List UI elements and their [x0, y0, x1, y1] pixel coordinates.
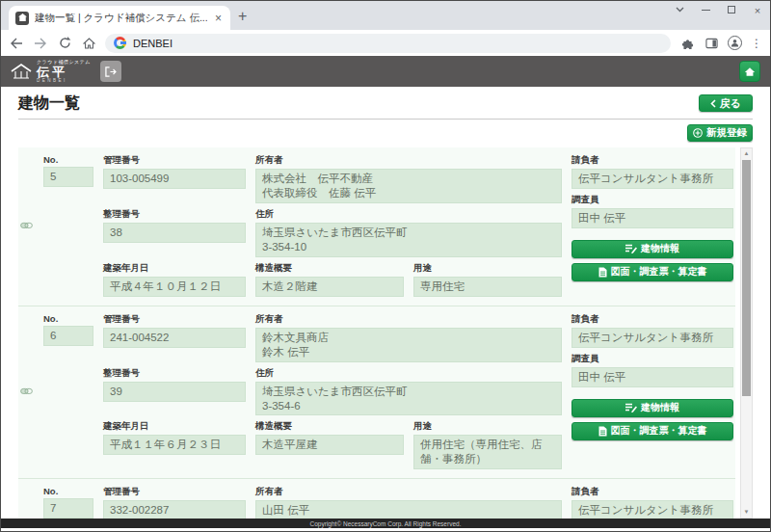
documents-button[interactable]: 図面・調査票・算定書	[572, 422, 733, 440]
field-address: 住所 埼玉県さいたま市西区伝平町 3-354-6	[255, 367, 562, 416]
building-record: No. 7 管理番号 332-002287 整理番号 41 所	[18, 479, 735, 519]
field-surveyor: 調査員 田中 伝平	[572, 194, 733, 228]
tab-favicon-icon	[15, 12, 29, 25]
field-seiri: 整理番号 39	[103, 367, 246, 416]
field-kanri: 管理番号 332-002287	[103, 486, 246, 519]
logout-icon	[104, 66, 117, 77]
back-button[interactable]: 戻る	[699, 94, 753, 112]
bottom-gap	[1, 528, 770, 531]
building-info-button[interactable]: 建物情報	[572, 240, 733, 258]
address-value: 埼玉県さいたま市西区伝平町 3-354-6	[255, 382, 562, 416]
link-icon[interactable]	[18, 154, 34, 297]
tab-title: 建物一覧 | クラウド補償システム 伝...	[35, 12, 207, 25]
records-viewport: No. 5 管理番号 103-005499 整理番号 38 建	[18, 147, 753, 519]
new-registration-button[interactable]: 新規登録	[687, 124, 753, 142]
structure-value: 木造平屋建	[255, 435, 404, 455]
building-record: No. 5 管理番号 103-005499 整理番号 38 建	[18, 147, 735, 306]
denbei-logo: クラウド補償システム 伝平 DENBEI	[11, 60, 91, 84]
extensions-icon[interactable]	[679, 36, 695, 51]
field-built: 建築年月日 平成１１年６月２３日	[103, 420, 246, 469]
owner-value: 山田 伝平	[255, 500, 562, 519]
denbei-roof-icon	[11, 64, 32, 79]
chevron-down-icon[interactable]	[675, 5, 684, 14]
forward-icon[interactable]	[33, 36, 48, 51]
no-value: 7	[43, 498, 93, 519]
seiri-value: 39	[103, 382, 246, 402]
reload-icon[interactable]	[57, 36, 72, 51]
surveyor-value: 田中 伝平	[572, 208, 733, 228]
menu-dots-icon[interactable]: ⋮	[751, 37, 762, 50]
link-icon[interactable]	[18, 486, 34, 519]
window-controls: ×	[675, 5, 762, 14]
document-icon	[598, 426, 607, 437]
field-structure: 構造概要 木造２階建	[255, 262, 404, 297]
profile-avatar-icon[interactable]	[728, 36, 742, 50]
contractor-value: 伝平コンサルタント事務所	[572, 328, 733, 348]
tab-strip: 建物一覧 | クラウド補償システム 伝... × + ×	[1, 1, 770, 30]
tab-close-icon[interactable]: ×	[213, 12, 224, 25]
list-edit-icon	[625, 244, 637, 253]
document-icon	[598, 267, 607, 278]
url-text: DENBEI	[133, 38, 173, 49]
field-structure: 構造概要 木造平屋建	[255, 420, 404, 469]
link-icon[interactable]	[18, 313, 34, 470]
contractor-value: 伝平コンサルタント事務所	[572, 169, 733, 189]
building-list-page: 建物一覧 戻る 新規登録 No.	[1, 87, 770, 519]
field-contractor: 請負者 伝平コンサルタント事務所	[572, 313, 733, 348]
field-built: 建築年月日 平成４年１０月１２日	[103, 262, 246, 297]
no-value: 5	[43, 167, 93, 187]
kanri-value: 241-004522	[103, 328, 246, 348]
chevron-left-icon	[710, 99, 716, 108]
minimize-button[interactable]	[701, 5, 710, 14]
usage-value: 専用住宅	[413, 277, 562, 297]
back-icon[interactable]	[9, 36, 24, 51]
owner-value: 鈴木文具商店 鈴木 伝平	[255, 328, 562, 362]
page-title: 建物一覧	[18, 93, 80, 114]
scroll-up-icon[interactable]: ▲	[741, 148, 752, 159]
logo-sub-text: DENBEI	[37, 79, 91, 84]
address-value: 埼玉県さいたま市西区伝平町 3-354-10	[255, 223, 562, 257]
app-header: クラウド補償システム 伝平 DENBEI	[1, 56, 770, 87]
google-favicon	[114, 37, 126, 49]
logo-system-name: クラウド補償システム	[37, 60, 91, 65]
kanri-value: 103-005499	[103, 169, 246, 189]
kanri-value: 332-002287	[103, 500, 246, 519]
app-home-button[interactable]	[739, 61, 760, 82]
field-contractor: 請負者 伝平コンサルタント事務所	[572, 154, 733, 189]
home-icon[interactable]	[81, 36, 96, 51]
seiri-value: 38	[103, 223, 246, 243]
built-value: 平成１１年６月２３日	[103, 435, 246, 455]
structure-value: 木造２階建	[255, 277, 404, 297]
field-contractor: 請負者 伝平コンサルタント事務所	[572, 486, 733, 519]
browser-tab[interactable]: 建物一覧 | クラウド補償システム 伝... ×	[9, 6, 230, 30]
logo-main-text: 伝平	[37, 66, 91, 78]
logout-button[interactable]	[100, 61, 121, 82]
page-footer: Copyright© NecessaryCom Corp. All Rights…	[1, 519, 770, 528]
field-owner: 所有者 山田 伝平	[255, 486, 562, 519]
browser-toolbar: DENBEI ⋮	[1, 30, 770, 56]
field-owner: 所有者 株式会社 伝平不動産 代表取締役 佐藤 伝平	[255, 154, 562, 203]
browser-window: 建物一覧 | クラウド補償システム 伝... × + × DENBEI	[0, 0, 771, 532]
documents-button[interactable]: 図面・調査票・算定書	[572, 263, 733, 281]
scroll-down-icon[interactable]: ▼	[741, 507, 752, 518]
building-info-button[interactable]: 建物情報	[572, 399, 733, 417]
contractor-value: 伝平コンサルタント事務所	[572, 500, 733, 519]
copyright-text: Copyright© NecessaryCom Corp. All Rights…	[310, 520, 462, 527]
maximize-button[interactable]	[727, 5, 736, 14]
built-value: 平成４年１０月１２日	[103, 277, 246, 297]
vertical-scrollbar[interactable]: ▲ ▼	[740, 147, 753, 519]
close-button[interactable]: ×	[753, 5, 762, 14]
app-home-icon	[744, 66, 756, 77]
list-edit-icon	[625, 403, 637, 412]
side-panel-icon[interactable]	[704, 36, 719, 51]
field-usage: 用途 専用住宅	[413, 262, 562, 297]
address-bar[interactable]: DENBEI	[105, 34, 671, 53]
field-kanri: 管理番号 103-005499	[103, 154, 246, 203]
field-address: 住所 埼玉県さいたま市西区伝平町 3-354-10	[255, 208, 562, 257]
surveyor-value: 田中 伝平	[572, 367, 733, 387]
scrollbar-thumb[interactable]	[742, 160, 751, 396]
building-record: No. 6 管理番号 241-004522 整理番号 39 建	[18, 306, 735, 480]
plus-circle-icon	[693, 128, 703, 138]
new-tab-button[interactable]: +	[238, 8, 247, 25]
no-value: 6	[43, 326, 93, 346]
